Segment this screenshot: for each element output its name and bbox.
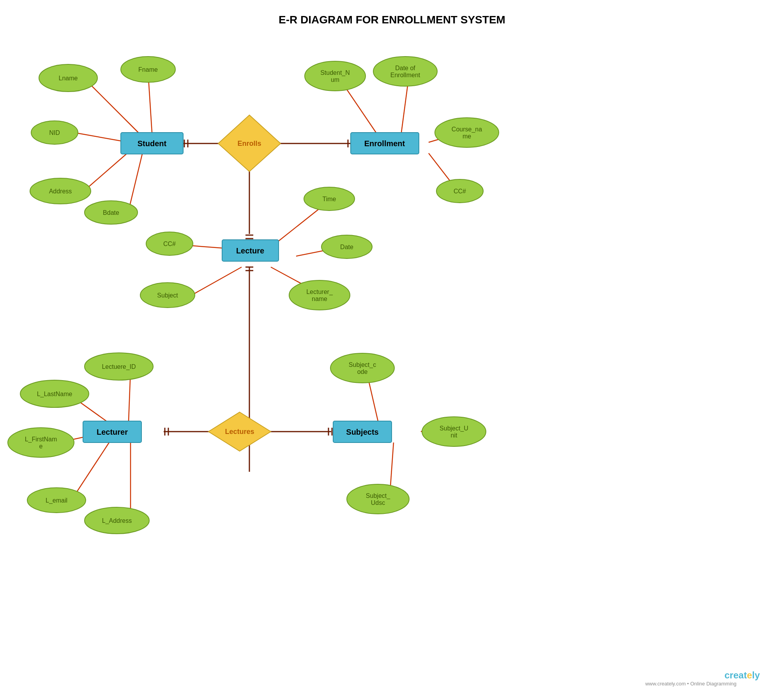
watermark-creately: creately	[724, 670, 760, 680]
line-bdate-student	[129, 154, 142, 211]
attr-address: Address	[30, 178, 91, 204]
svg-text:Enrollment: Enrollment	[364, 139, 405, 148]
svg-text:Subjects: Subjects	[346, 428, 378, 436]
line-lemail-lecturer	[72, 443, 109, 499]
attr-lectuere-id: Lectuere_ID	[85, 353, 153, 380]
attr-student-num: Student_N um	[305, 61, 366, 91]
attr-date-of-enrollment: Date of Enrollment	[373, 57, 437, 86]
svg-point-43	[289, 280, 350, 310]
svg-text:Lecturer: Lecturer	[97, 428, 128, 436]
attr-course-name: Course_na me	[435, 118, 499, 147]
attr-lecturer-name: Lecturer_ name	[289, 280, 350, 310]
svg-text:Subject_: Subject_	[366, 492, 390, 499]
svg-text:nit: nit	[451, 432, 457, 439]
svg-text:Fname: Fname	[138, 66, 158, 73]
svg-text:e: e	[39, 443, 43, 450]
svg-text:Lecturer_: Lecturer_	[306, 289, 333, 296]
svg-text:L_email: L_email	[46, 497, 67, 504]
attr-subject-code: Subject_c ode	[330, 353, 394, 383]
relation-enrolls: Enrolls	[218, 115, 281, 172]
svg-point-24	[305, 61, 366, 91]
svg-text:Enrolls: Enrolls	[237, 140, 261, 147]
svg-point-57	[330, 353, 394, 383]
svg-point-27	[373, 57, 437, 86]
entity-student: Student	[121, 133, 183, 154]
attr-lname: Lname	[39, 64, 97, 92]
line-address-student	[84, 152, 129, 191]
svg-text:Udsc: Udsc	[371, 499, 385, 506]
svg-text:ode: ode	[357, 368, 368, 375]
svg-text:me: me	[463, 133, 471, 140]
svg-text:Student: Student	[138, 139, 167, 148]
svg-text:L_LastName: L_LastName	[37, 391, 72, 398]
attr-fname: Fname	[121, 57, 175, 82]
attr-subject-lecture: Subject	[140, 283, 195, 308]
svg-text:Time: Time	[323, 196, 336, 202]
entity-lecture: Lecture	[222, 240, 279, 261]
svg-text:CC#: CC#	[163, 241, 176, 247]
svg-text:L_FirstNam: L_FirstNam	[25, 436, 57, 443]
svg-text:CC#: CC#	[454, 188, 466, 195]
svg-text:Subject_c: Subject_c	[349, 361, 376, 368]
line-lname-student	[86, 80, 138, 133]
watermark-url: www.creately.com • Online Diagramming	[645, 681, 736, 687]
attr-cc-lecture: CC#	[146, 232, 193, 255]
relation-lectures: Lectures	[208, 412, 271, 451]
attr-l-firstname: L_FirstNam e	[8, 428, 74, 457]
svg-point-50	[8, 428, 74, 457]
svg-text:Lecture: Lecture	[236, 246, 264, 255]
line-subject-lecture	[191, 267, 242, 296]
svg-text:Subject_U: Subject_U	[440, 425, 468, 432]
svg-text:name: name	[312, 296, 327, 302]
svg-point-30	[435, 118, 499, 147]
entity-subjects: Subjects	[333, 421, 392, 443]
svg-text:Date: Date	[340, 244, 353, 250]
svg-text:Date of: Date of	[395, 65, 415, 71]
svg-point-60	[422, 417, 486, 446]
attr-cc-enrollment: CC#	[436, 179, 483, 203]
svg-text:Lectuere_ID: Lectuere_ID	[102, 363, 136, 370]
entity-lecturer: Lecturer	[83, 421, 141, 443]
svg-text:Subject: Subject	[157, 292, 178, 299]
attr-time: Time	[304, 187, 355, 211]
attr-subject-unit: Subject_U nit	[422, 417, 486, 446]
entity-enrollment: Enrollment	[351, 133, 419, 154]
svg-text:L_Address: L_Address	[102, 517, 132, 524]
diagram-title: E-R DIAGRAM FOR ENROLLMENT SYSTEM	[279, 14, 505, 26]
attr-date-lecture: Date	[321, 235, 372, 258]
svg-point-63	[347, 484, 409, 514]
svg-text:NID: NID	[49, 129, 60, 136]
svg-text:um: um	[331, 76, 339, 83]
svg-text:Enrollment: Enrollment	[390, 72, 420, 78]
attr-subject-udsc: Subject_ Udsc	[347, 484, 409, 514]
attr-l-lastname: L_LastName	[20, 380, 89, 407]
svg-text:Bdate: Bdate	[103, 209, 119, 216]
svg-text:Address: Address	[49, 188, 72, 195]
svg-text:Lname: Lname	[59, 75, 78, 81]
attr-l-address: L_Address	[85, 507, 149, 534]
svg-text:Student_N: Student_N	[320, 69, 350, 76]
attr-nid: NID	[31, 121, 78, 144]
attr-l-email: L_email	[27, 488, 86, 513]
svg-text:Course_na: Course_na	[452, 126, 482, 133]
svg-text:Lectures: Lectures	[225, 428, 254, 436]
attr-bdate: Bdate	[85, 201, 138, 224]
